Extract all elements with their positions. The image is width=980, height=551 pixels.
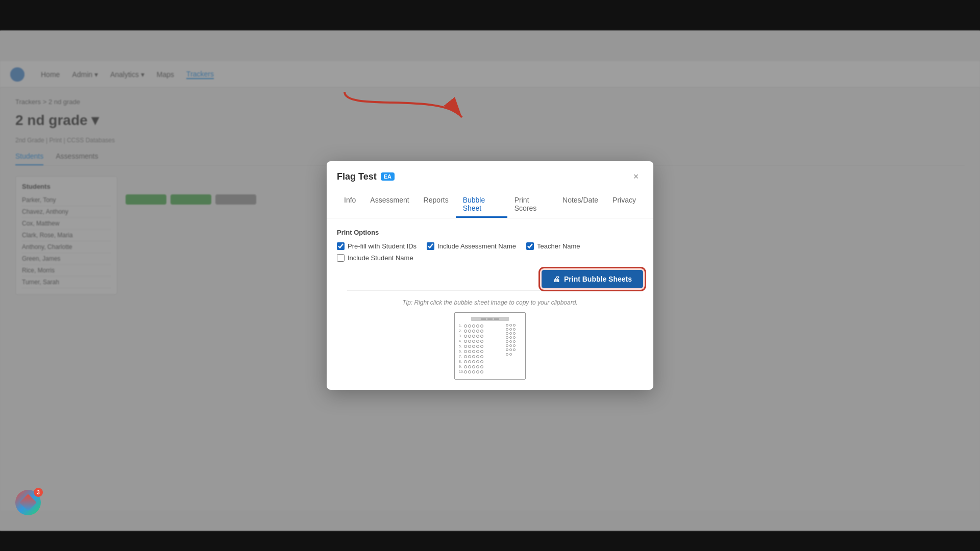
- notification-icon[interactable]: 3: [15, 490, 41, 515]
- bubble: [480, 360, 483, 363]
- bubble-sm: [509, 336, 512, 339]
- bubble-sheet-card[interactable]: 1. 2.: [454, 312, 526, 380]
- checkbox-teacher-name[interactable]: Teacher Name: [526, 242, 580, 250]
- bubble-sm: [509, 340, 512, 343]
- bubble: [480, 365, 483, 368]
- bubble-row-8: 8.: [459, 360, 503, 363]
- bubble-right-row: [506, 324, 521, 327]
- bubble-right-row: [506, 328, 521, 331]
- modal-tab-notes-date[interactable]: Notes/Date: [555, 192, 605, 218]
- bubble-row-5: 5.: [459, 344, 503, 348]
- bubble-right-row: [506, 332, 521, 335]
- diamond-shape: [19, 494, 37, 511]
- bubble: [472, 360, 475, 363]
- bubble-right-row: [506, 353, 521, 356]
- bubble-sm: [513, 328, 516, 331]
- bubble: [464, 324, 467, 328]
- bubble-sm: [509, 332, 512, 335]
- bubble: [480, 335, 483, 338]
- modal-tabs: Info Assessment Reports Bubble Sheet Pri…: [327, 188, 653, 218]
- print-button-area: 🖨 Print Bubble Sheets: [337, 270, 643, 288]
- bubble-sm: [506, 324, 508, 327]
- modal-title-badge: EA: [381, 172, 395, 181]
- bubble: [464, 340, 467, 343]
- print-options-label: Print Options: [337, 229, 643, 236]
- bubble: [468, 370, 471, 373]
- bubble-row-3: 3.: [459, 334, 503, 338]
- bubble: [464, 365, 467, 368]
- notification-badge: 3: [34, 488, 43, 497]
- bubble-row-7: 7.: [459, 355, 503, 358]
- bubble-sm: [506, 348, 508, 351]
- bubble: [480, 350, 483, 353]
- bubble-right-row: [506, 340, 521, 343]
- modal-tab-privacy[interactable]: Privacy: [605, 192, 643, 218]
- bubble: [476, 335, 479, 338]
- bubble-col-left: 1. 2.: [459, 324, 503, 375]
- notification-area[interactable]: 3: [15, 490, 46, 520]
- print-checkboxes-row-2: Include Student Name: [337, 254, 643, 262]
- bubble: [472, 365, 475, 368]
- checkbox-assessment-name[interactable]: Include Assessment Name: [427, 242, 516, 250]
- bubble: [480, 330, 483, 333]
- bubble: [464, 345, 467, 348]
- checkbox-student-ids-input[interactable]: [337, 242, 345, 250]
- bubble-sm: [513, 336, 516, 339]
- bubble: [468, 340, 471, 343]
- bubble: [472, 355, 475, 358]
- modal-divider: [347, 290, 633, 291]
- bubble-sm: [513, 348, 516, 351]
- bubble-sm: [513, 332, 516, 335]
- bubble-row-2: 2.: [459, 329, 503, 333]
- tip-text: Tip: Right click the bubble sheet image …: [337, 299, 643, 306]
- checkbox-student-name-label: Include Student Name: [348, 254, 413, 262]
- bubble-sm: [513, 324, 516, 327]
- bubble-sheet-preview[interactable]: 1. 2.: [337, 312, 643, 380]
- bubble-sm: [509, 353, 512, 356]
- bubble-sm: [506, 340, 508, 343]
- bubble: [468, 360, 471, 363]
- modal-tab-assessment[interactable]: Assessment: [363, 192, 416, 218]
- bubble: [480, 345, 483, 348]
- bubble: [468, 345, 471, 348]
- modal-close-button[interactable]: ×: [629, 169, 643, 184]
- bubble: [464, 360, 467, 363]
- bubble: [480, 370, 483, 373]
- checkbox-assessment-name-input[interactable]: [427, 242, 434, 250]
- bubble: [464, 335, 467, 338]
- bubble-row-10: 10.: [459, 370, 503, 373]
- bubble: [480, 324, 483, 328]
- bubble-sm: [506, 353, 508, 356]
- modal-tab-reports[interactable]: Reports: [416, 192, 456, 218]
- bubble-sm: [506, 328, 508, 331]
- bubble: [468, 324, 471, 328]
- checkbox-student-name[interactable]: Include Student Name: [337, 254, 413, 262]
- bubble-sm: [506, 336, 508, 339]
- bubble-sm: [513, 340, 516, 343]
- bubble: [476, 340, 479, 343]
- print-checkboxes-row: Pre-fill with Student IDs Include Assess…: [337, 242, 643, 250]
- bubble: [476, 345, 479, 348]
- top-black-bar: [0, 0, 980, 31]
- bubble-sheet-content: 1. 2.: [459, 324, 521, 375]
- modal-tab-print-scores[interactable]: Print Scores: [507, 192, 555, 218]
- print-bubble-sheets-button[interactable]: 🖨 Print Bubble Sheets: [542, 270, 643, 288]
- bubble: [476, 324, 479, 328]
- bubble: [476, 350, 479, 353]
- bubble: [472, 350, 475, 353]
- bubble-right-row: [506, 344, 521, 347]
- checkbox-student-name-input[interactable]: [337, 254, 345, 262]
- bubble-sm: [509, 348, 512, 351]
- checkbox-assessment-name-label: Include Assessment Name: [437, 242, 516, 250]
- bubble: [468, 355, 471, 358]
- modal-title-text: Flag Test: [337, 171, 377, 182]
- checkbox-student-ids[interactable]: Pre-fill with Student IDs: [337, 242, 416, 250]
- bubble: [480, 355, 483, 358]
- bubble: [472, 324, 475, 328]
- bubble: [468, 350, 471, 353]
- modal-tab-info[interactable]: Info: [337, 192, 363, 218]
- checkbox-teacher-name-input[interactable]: [526, 242, 534, 250]
- bubble-right-row: [506, 336, 521, 339]
- modal-tab-bubble-sheet[interactable]: Bubble Sheet: [456, 192, 507, 218]
- bubble: [472, 345, 475, 348]
